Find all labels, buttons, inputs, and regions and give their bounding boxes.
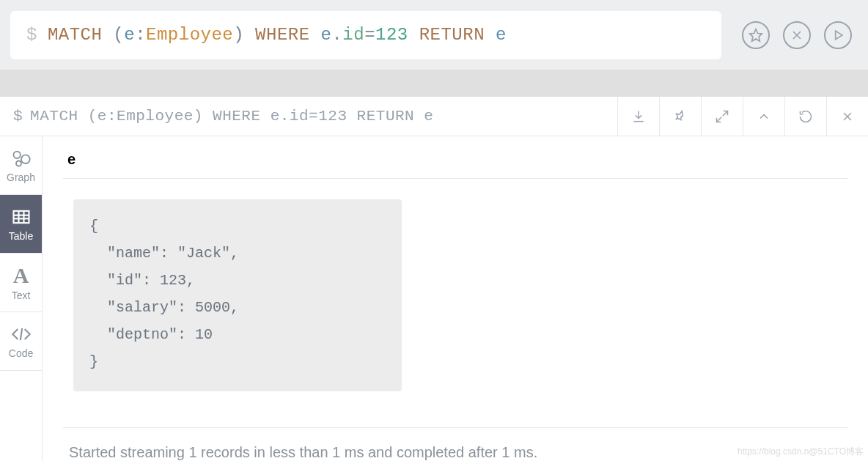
tok-lparen: (: [113, 25, 124, 45]
pin-button[interactable]: [659, 97, 701, 136]
code-icon: [11, 324, 32, 344]
star-icon: [749, 28, 763, 43]
frame-toolbar: [617, 97, 868, 136]
frame-query-echo: $MATCH (e:Employee) WHERE e.id=123 RETUR…: [0, 108, 617, 125]
gap-area: [0, 70, 868, 97]
query-editor[interactable]: $ MATCH (e:Employee) WHERE e.id=123 RETU…: [10, 11, 721, 59]
text-icon: A: [13, 265, 29, 287]
tok-num: 123: [375, 25, 408, 45]
tok-eq: =: [364, 25, 375, 45]
watermark: https://blog.csdn.n@51CTO博客: [738, 446, 864, 458]
expand-icon: [715, 109, 729, 124]
fullscreen-button[interactable]: [701, 97, 743, 136]
svg-marker-3: [836, 31, 842, 40]
run-button[interactable]: [824, 21, 852, 49]
svg-point-12: [16, 161, 21, 166]
status-line: Started streaming 1 records in less than…: [63, 428, 847, 461]
tok-return: RETURN: [419, 25, 485, 45]
svg-line-7: [717, 117, 722, 122]
svg-rect-13: [13, 210, 29, 222]
tok-prop: id: [342, 25, 364, 45]
favorite-button[interactable]: [742, 21, 770, 49]
column-header-e: e: [63, 148, 847, 179]
query-editor-bar: $ MATCH (e:Employee) WHERE e.id=123 RETU…: [0, 0, 868, 70]
svg-marker-0: [750, 29, 762, 41]
chevron-up-icon: [757, 109, 771, 124]
frame-header: $MATCH (e:Employee) WHERE e.id=123 RETUR…: [0, 97, 868, 136]
tok-rparen: ): [233, 25, 244, 45]
result-area: e { "name": "Jack", "id": 123, "salary":…: [43, 136, 868, 461]
clear-button[interactable]: [783, 21, 811, 49]
view-graph-label: Graph: [7, 172, 35, 183]
query-input[interactable]: MATCH (e:Employee) WHERE e.id=123 RETURN…: [48, 25, 507, 45]
tok-var-e1: e: [124, 25, 135, 45]
close-icon: [840, 109, 855, 124]
graph-icon: [11, 148, 32, 169]
table-icon: [11, 207, 32, 227]
tok-match: MATCH: [48, 25, 103, 45]
view-code-label: Code: [9, 347, 33, 359]
close-frame-button[interactable]: [826, 97, 868, 136]
tok-colon: :: [135, 25, 146, 45]
view-table-label: Table: [9, 230, 33, 242]
pin-icon: [673, 109, 688, 124]
frame-query-text: MATCH (e:Employee) WHERE e.id=123 RETURN…: [30, 108, 433, 125]
svg-line-18: [20, 328, 21, 339]
result-frame: $MATCH (e:Employee) WHERE e.id=123 RETUR…: [0, 97, 868, 461]
rerun-button[interactable]: [784, 97, 826, 136]
table-row: { "name": "Jack", "id": 123, "salary": 5…: [63, 179, 847, 428]
tok-dot: .: [331, 25, 342, 45]
view-code-tab[interactable]: Code: [0, 312, 42, 371]
editor-prompt: $: [26, 25, 37, 45]
svg-point-10: [13, 151, 20, 158]
editor-actions: [742, 21, 852, 49]
tok-where: WHERE: [255, 25, 310, 45]
frame-body: Graph Table A Text Code e { "name": "Jac…: [0, 136, 868, 461]
view-graph-tab[interactable]: Graph: [0, 136, 42, 195]
svg-point-11: [21, 155, 30, 163]
svg-line-6: [723, 111, 728, 116]
result-json-cell[interactable]: { "name": "Jack", "id": 123, "salary": 5…: [73, 199, 402, 391]
download-button[interactable]: [617, 97, 659, 136]
refresh-icon: [798, 109, 813, 124]
view-table-tab[interactable]: Table: [0, 195, 42, 254]
download-icon: [631, 109, 646, 124]
tok-var-e2: e: [321, 25, 332, 45]
tok-label: Employee: [146, 25, 233, 45]
frame-prompt: $: [13, 108, 23, 125]
collapse-button[interactable]: [743, 97, 784, 136]
view-rail: Graph Table A Text Code: [0, 136, 43, 461]
play-icon: [831, 28, 845, 43]
view-text-tab[interactable]: A Text: [0, 254, 42, 312]
view-text-label: Text: [12, 289, 31, 301]
tok-var-e3: e: [496, 25, 507, 45]
close-icon: [790, 28, 804, 43]
